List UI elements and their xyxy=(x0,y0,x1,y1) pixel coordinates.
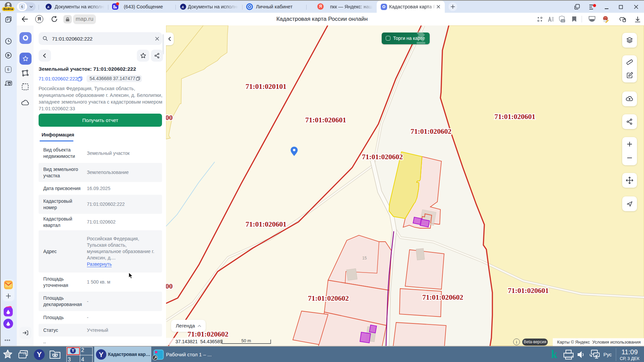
svg-text:50 m: 50 m xyxy=(241,339,251,343)
svg-text:71:01:020601: 71:01:020601 xyxy=(246,220,286,228)
svg-text:71:01:020602: 71:01:020602 xyxy=(411,127,451,135)
svg-text:71:01:020601: 71:01:020601 xyxy=(508,287,549,295)
svg-text:00: 00 xyxy=(166,114,173,122)
svg-text:71:01:020602: 71:01:020602 xyxy=(422,293,463,301)
svg-text:00: 00 xyxy=(166,282,173,290)
svg-text:71:01:020601: 71:01:020601 xyxy=(494,113,535,121)
svg-text:71:01:020602: 71:01:020602 xyxy=(362,153,403,161)
svg-text:71:01:020101: 71:01:020101 xyxy=(246,82,286,90)
svg-text:71:01:020601: 71:01:020601 xyxy=(305,116,346,124)
svg-text:15: 15 xyxy=(362,256,367,260)
svg-text:1: 1 xyxy=(562,19,564,22)
svg-text:71:01:020602: 71:01:020602 xyxy=(308,294,349,302)
